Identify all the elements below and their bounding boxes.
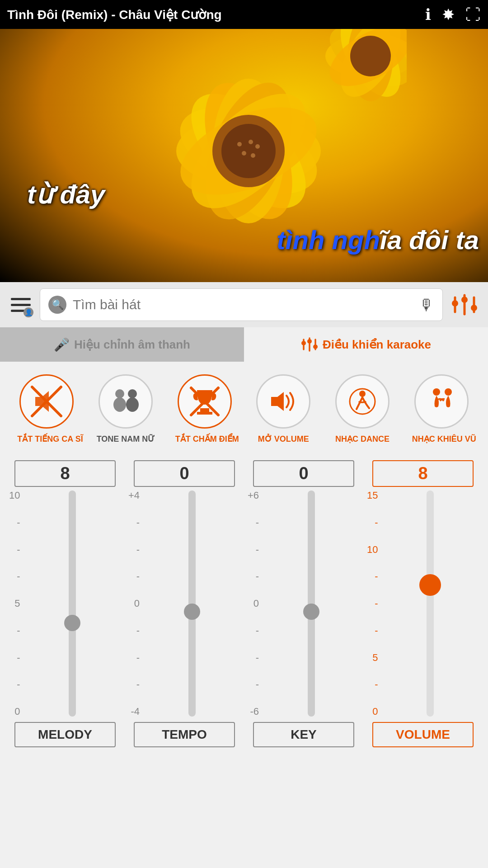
- melody-labels: 10 - - - 5 - - - 0: [9, 491, 23, 717]
- key-tick-d3: -: [256, 571, 259, 581]
- volume-slider-col: 8 15 - 10 - - - 5 - 0 VOLUME: [363, 460, 483, 747]
- volume-tick-d4: -: [375, 626, 378, 636]
- tempo-tick-d3: -: [136, 571, 140, 581]
- nhac-khieu-vu-icon: [426, 386, 457, 417]
- svg-point-33: [313, 344, 318, 349]
- lyric-blue: tình ngh: [277, 225, 380, 255]
- tempo-tick-d5: -: [136, 653, 140, 663]
- microphone-icon[interactable]: 🎙: [419, 296, 434, 314]
- melody-thumb[interactable]: [64, 615, 80, 631]
- tone-nam-nu-button[interactable]: TONE NAM NỮ: [88, 374, 164, 444]
- lyric-white: ĩa đôi ta: [380, 225, 479, 255]
- mo-volume-label: MỞ VOLUME: [258, 434, 309, 444]
- bluetooth-icon[interactable]: ✸: [442, 5, 455, 24]
- svg-point-13: [242, 151, 246, 156]
- tempo-value: 0: [134, 460, 235, 487]
- melody-slider-col: 8 10 - - - 5 - - - 0 MELODY: [5, 460, 125, 747]
- key-thumb[interactable]: [303, 604, 319, 620]
- tempo-track[interactable]: [188, 491, 196, 717]
- melody-tick-top: 10: [9, 491, 20, 500]
- svg-point-40: [126, 397, 139, 412]
- tempo-tick-d4: -: [136, 626, 140, 636]
- key-tick-d4: -: [256, 626, 259, 636]
- tabs: 🎤 Hiệu chỉnh âm thanh Điều khiển karaoke: [0, 327, 488, 362]
- nhac-dance-button[interactable]: NHẠC DANCE: [325, 374, 400, 444]
- svg-point-29: [301, 341, 306, 345]
- tat-cham-diem-label: TẮT CHẤM ĐIỂM: [175, 434, 234, 444]
- svg-point-27: [471, 305, 477, 311]
- key-track[interactable]: [308, 491, 315, 717]
- tat-cham-diem-button[interactable]: TẮT CHẤM ĐIỂM: [167, 374, 242, 444]
- volume-tick-d5: -: [375, 679, 378, 689]
- svg-point-38: [113, 397, 126, 412]
- controls-area: TẮT TIẾNG CA SĨ TONE NAM NỮ: [0, 362, 488, 451]
- lyric-line2: tình nghĩa đôi ta: [277, 225, 479, 255]
- user-icon: 👤: [23, 307, 33, 317]
- search-box[interactable]: 🔍 🎙: [40, 288, 443, 321]
- melody-track-wrap: [23, 491, 121, 717]
- tab-hieu-chinh-label: Hiệu chỉnh âm thanh: [74, 338, 190, 352]
- melody-tick-d5: -: [17, 653, 20, 663]
- volume-value: 8: [372, 460, 473, 487]
- melody-track[interactable]: [69, 491, 76, 717]
- tab-hieu-chinh[interactable]: 🎤 Hiệu chỉnh âm thanh: [0, 327, 244, 362]
- mo-volume-button[interactable]: MỞ VOLUME: [246, 374, 321, 444]
- tat-cham-diem-circle: [178, 374, 232, 429]
- key-track-area: +6 - - - 0 - - - -6: [248, 491, 360, 717]
- tempo-tick-top: +4: [128, 491, 140, 500]
- volume-thumb[interactable]: [419, 574, 441, 596]
- key-tick-d6: -: [256, 679, 259, 689]
- nhac-dance-circle: [335, 374, 389, 429]
- equalizer-button[interactable]: [448, 288, 481, 321]
- top-bar: Tình Đôi (Remix) - Châu Việt Cường ℹ ✸ ⛶: [0, 0, 488, 29]
- dieu-khien-tab-icon: [301, 336, 318, 353]
- svg-point-10: [237, 142, 242, 146]
- svg-point-23: [452, 300, 458, 307]
- tempo-tick-bot: -4: [131, 707, 140, 717]
- nhac-dance-icon: [347, 386, 378, 417]
- control-buttons: TẮT TIẾNG CA SĨ TONE NAM NỮ: [9, 374, 479, 444]
- nhac-khieu-vu-label: NHẠC KHIÊU VŨ: [412, 434, 471, 444]
- melody-tick-d1: -: [17, 518, 20, 528]
- search-area: 👤 🔍 🎙: [0, 282, 488, 327]
- melody-tick-d4: -: [17, 626, 20, 636]
- tempo-track-area: +4 - - - 0 - - - -4: [128, 491, 240, 717]
- svg-point-47: [359, 391, 366, 397]
- tempo-thumb[interactable]: [184, 604, 200, 620]
- info-icon[interactable]: ℹ: [425, 5, 431, 24]
- tone-circle: [99, 374, 153, 429]
- tone-icon: [110, 386, 141, 417]
- svg-point-48: [433, 388, 440, 396]
- fullscreen-icon[interactable]: ⛶: [465, 6, 481, 24]
- tab-dieu-khien-label: Điều khiển karaoke: [323, 338, 431, 352]
- menu-button[interactable]: 👤: [7, 291, 34, 318]
- tone-label: TONE NAM NỮ: [97, 434, 155, 444]
- melody-tick-d6: -: [17, 679, 20, 689]
- search-icon: 🔍: [48, 296, 66, 314]
- volume-label: VOLUME: [372, 722, 473, 747]
- search-input[interactable]: [73, 297, 413, 312]
- key-tick-d5: -: [256, 653, 259, 663]
- svg-marker-45: [271, 392, 284, 411]
- volume-track[interactable]: [427, 491, 434, 717]
- tat-cham-diem-icon: [189, 386, 221, 417]
- tat-tieng-button[interactable]: TẮT TIẾNG CA SĨ: [9, 374, 84, 444]
- key-tick-d1: -: [256, 518, 259, 528]
- svg-point-25: [461, 297, 468, 303]
- svg-point-14: [251, 153, 255, 158]
- volume-tick-d1: -: [375, 518, 378, 528]
- key-value: 0: [253, 460, 354, 487]
- sliders-area: 8 10 - - - 5 - - - 0 MELODY 0: [0, 451, 488, 747]
- svg-point-31: [307, 339, 312, 344]
- volume-tick-d2: -: [375, 571, 378, 581]
- svg-rect-41: [200, 408, 209, 412]
- mic-tab-icon: 🎤: [54, 337, 70, 352]
- tat-tieng-icon: [31, 386, 62, 417]
- nhac-khieu-vu-button[interactable]: NHẠC KHIÊU VŨ: [404, 374, 479, 444]
- key-slider-col: 0 +6 - - - 0 - - - -6 KEY: [244, 460, 363, 747]
- volume-tick-5: 5: [372, 653, 378, 663]
- melody-tick-0: 0: [14, 707, 20, 717]
- svg-point-9: [221, 124, 276, 178]
- tab-dieu-khien[interactable]: Điều khiển karaoke: [244, 327, 488, 362]
- tat-tieng-label: TẮT TIẾNG CA SĨ: [17, 434, 76, 444]
